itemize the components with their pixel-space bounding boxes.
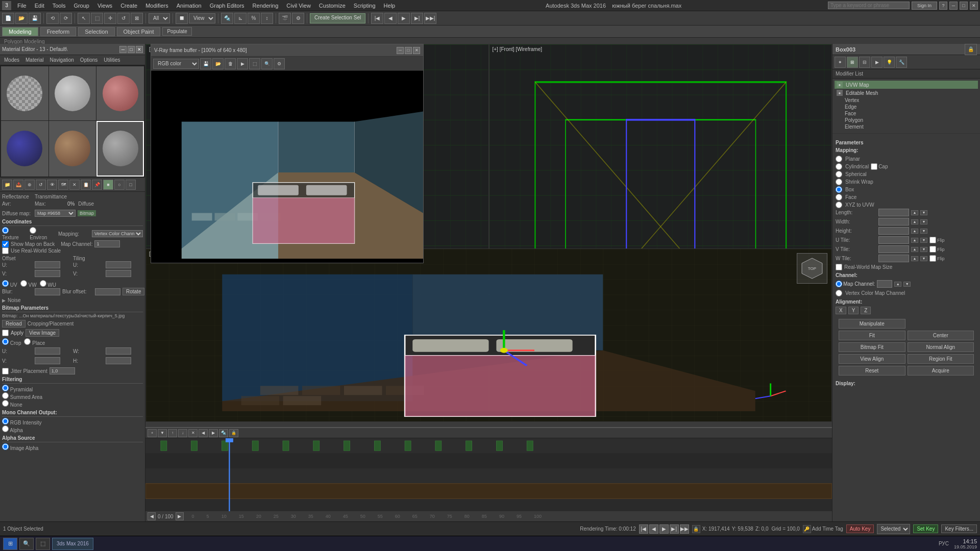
render-setup-btn[interactable]: ⚙ xyxy=(292,13,304,24)
navigation-cube[interactable]: TOP xyxy=(797,253,827,284)
menu-scripting[interactable]: Scripting xyxy=(350,2,380,10)
move-btn[interactable]: ✛ xyxy=(104,13,116,24)
pyramidal-opt[interactable]: Pyramidal xyxy=(10,387,33,392)
mod-edge[interactable]: Edge xyxy=(835,104,978,110)
cylindrical-radio[interactable] xyxy=(836,163,842,170)
mat-editor-close[interactable]: ✕ xyxy=(136,46,143,53)
redo-btn[interactable]: ⟳ xyxy=(60,13,72,24)
mat-menu-modes[interactable]: Modes xyxy=(2,57,21,63)
menu-animation[interactable]: Animation xyxy=(173,2,206,10)
rotate-btn[interactable]: ↺ xyxy=(117,13,130,24)
mod-vertex[interactable]: Vertex xyxy=(835,97,978,104)
v-tiling-input[interactable]: 1,0 xyxy=(106,270,131,277)
wtile-input[interactable]: 1,0 xyxy=(878,255,909,262)
set-key-btn[interactable]: Set Key xyxy=(913,524,938,533)
mat-slot-6[interactable] xyxy=(96,121,144,177)
alpha-opt[interactable]: Alpha xyxy=(10,428,23,433)
diffuse-map-type[interactable]: Bitmap xyxy=(78,210,96,216)
undo-btn[interactable]: ⟲ xyxy=(46,13,59,24)
crop-opt[interactable]: Crop xyxy=(10,340,21,346)
w-flip-cb[interactable] xyxy=(929,255,936,262)
coord-lock[interactable]: 🔒 xyxy=(692,525,700,533)
vw-opt[interactable]: VW xyxy=(28,282,36,288)
create-selection-btn[interactable]: Create Selection Sel xyxy=(310,13,365,23)
mat-active-slot[interactable]: ■ xyxy=(103,180,113,190)
tl-collapse[interactable]: ◀ xyxy=(199,429,208,437)
map-channel-input[interactable] xyxy=(94,240,120,247)
sign-in-btn[interactable]: Sign In xyxy=(912,2,937,10)
rp-hierarchy-panel[interactable]: ⊟ xyxy=(859,57,870,68)
length-spinner-down[interactable]: ▼ xyxy=(920,210,927,215)
manipulate-btn[interactable]: Manipulate xyxy=(839,319,905,329)
box-radio[interactable] xyxy=(836,186,842,193)
tl-filter[interactable]: ▼ xyxy=(158,429,167,437)
shrinkwrap-radio[interactable] xyxy=(836,179,842,185)
populate-btn[interactable]: Populate xyxy=(162,27,191,36)
reload-btn[interactable]: Reload xyxy=(2,320,26,328)
save-btn[interactable]: 💾 xyxy=(29,13,41,24)
start-button[interactable]: ⊞ xyxy=(3,538,17,550)
snap-btn[interactable]: 🔩 xyxy=(221,13,233,24)
auto-key-btn[interactable]: Auto Key xyxy=(846,524,874,533)
scale-btn[interactable]: ⊠ xyxy=(131,13,143,24)
mod-face[interactable]: Face xyxy=(835,110,978,117)
mat-reset[interactable]: ↺ xyxy=(36,180,46,190)
playback-next-btn[interactable]: ▶| xyxy=(411,13,423,24)
vray-title-bar[interactable]: V-Ray frame buffer - [100% of 640 x 480]… xyxy=(151,44,423,57)
percent-snap-btn[interactable]: % xyxy=(248,13,260,24)
pb-end[interactable]: ▶▶ xyxy=(680,524,689,534)
vray-close[interactable]: ✕ xyxy=(413,47,420,54)
mat-show-in-viewport[interactable]: 👁 xyxy=(47,180,57,190)
pb-next[interactable]: ▶| xyxy=(670,524,679,534)
cap-cb[interactable] xyxy=(871,163,877,170)
tab-object-paint[interactable]: Object Paint xyxy=(117,27,161,36)
width-input[interactable]: 263,367 xyxy=(878,218,909,226)
blur-input[interactable]: 1,0 xyxy=(35,288,60,295)
vray-load[interactable]: 📂 xyxy=(212,58,224,69)
apply-cb[interactable] xyxy=(2,330,9,336)
mat-show-map[interactable]: 🗺 xyxy=(58,180,68,190)
vray-settings[interactable]: ⚙ xyxy=(274,58,285,69)
key-lock-icon[interactable]: 🔑 xyxy=(803,525,811,533)
tab-modeling[interactable]: Modeling xyxy=(2,27,38,36)
none-opt[interactable]: None xyxy=(10,402,22,408)
tl-move-up[interactable]: ↑ xyxy=(168,429,177,437)
wu-opt[interactable]: WU xyxy=(47,282,56,288)
vtile-input[interactable]: 1,0 xyxy=(878,245,909,253)
search-input[interactable] xyxy=(828,2,910,9)
vray-clear[interactable]: 🗑 xyxy=(225,58,236,69)
playback-start-btn[interactable]: |◀ xyxy=(371,13,383,24)
v-offset-input[interactable]: 0,0 xyxy=(35,270,60,277)
summed-area-opt[interactable]: Summed Area xyxy=(10,394,42,400)
menu-group[interactable]: Group xyxy=(69,2,93,10)
u-offset-input[interactable]: 0,0 xyxy=(35,261,60,268)
length-input[interactable]: 3160,39 xyxy=(878,209,909,216)
map-channel-radio[interactable] xyxy=(836,281,842,287)
taskbar-3dsmax[interactable]: 3ds Max 2016 xyxy=(52,538,93,550)
show-map-cb[interactable] xyxy=(2,241,9,247)
face-radio[interactable] xyxy=(836,194,842,201)
mat-editor-maximize[interactable]: □ xyxy=(128,46,135,53)
region-fit-btn[interactable]: Region Fit xyxy=(908,354,974,364)
rp-display-panel[interactable]: 💡 xyxy=(884,57,895,68)
angle-snap-btn[interactable]: ⊾ xyxy=(234,13,247,24)
menu-help[interactable]: Help xyxy=(380,2,400,10)
menu-edit[interactable]: Edit xyxy=(31,2,48,10)
jitter-input[interactable] xyxy=(50,367,75,374)
mat-sphere-view[interactable]: ○ xyxy=(114,180,125,190)
view-dropdown[interactable]: View xyxy=(189,13,215,23)
rotate-btn[interactable]: Rotate xyxy=(122,288,144,295)
maximize-btn[interactable]: □ xyxy=(960,2,968,10)
ref-coord-btn[interactable]: 🔲 xyxy=(176,13,188,24)
select-btn[interactable]: ↖ xyxy=(78,13,90,24)
xyz-radio[interactable] xyxy=(836,202,842,208)
tl-next-frame[interactable]: ▶ xyxy=(176,512,184,520)
mat-menu-options[interactable]: Options xyxy=(78,57,100,63)
task-view[interactable]: ⬚ xyxy=(36,538,50,550)
vray-save[interactable]: 💾 xyxy=(200,58,211,69)
tab-freeform[interactable]: Freeform xyxy=(40,27,77,36)
mat-assign[interactable]: ⊕ xyxy=(24,180,35,190)
jitter-cb[interactable] xyxy=(2,368,9,374)
new-btn[interactable]: 📄 xyxy=(2,13,14,24)
menu-views[interactable]: Views xyxy=(93,2,116,10)
